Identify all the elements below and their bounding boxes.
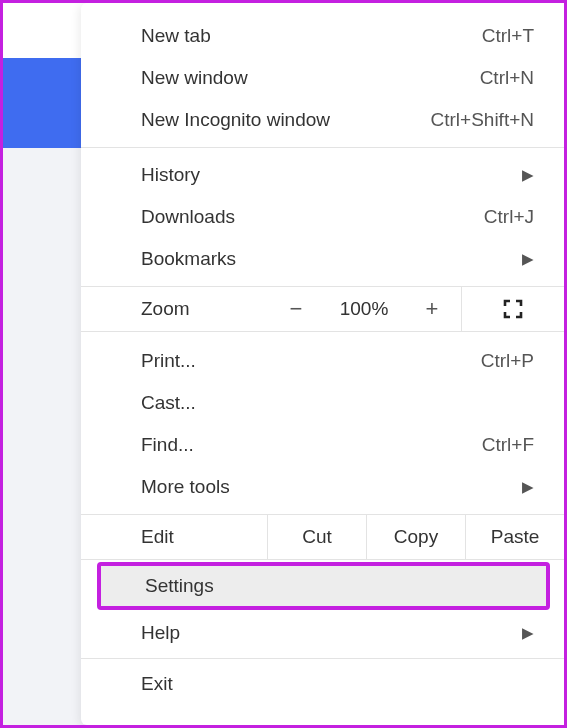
chevron-right-icon: ▶ — [522, 478, 534, 496]
menu-separator — [81, 658, 564, 659]
menu-shortcut: Ctrl+Shift+N — [431, 109, 534, 131]
edit-label-cell: Edit — [81, 515, 267, 559]
menu-edit-row: Edit Cut Copy Paste — [81, 514, 564, 560]
menu-label: Bookmarks — [141, 248, 236, 270]
menu-item-more-tools[interactable]: More tools ▶ — [81, 466, 564, 508]
menu-label: Print... — [141, 350, 196, 372]
menu-shortcut: Ctrl+P — [481, 350, 534, 372]
menu-item-help[interactable]: Help ▶ — [81, 612, 564, 654]
minus-icon: − — [290, 296, 303, 322]
menu-shortcut: Ctrl+F — [482, 434, 534, 456]
menu-shortcut: Ctrl+T — [482, 25, 534, 47]
chrome-main-menu: New tab Ctrl+T New window Ctrl+N New Inc… — [81, 3, 564, 725]
menu-item-settings[interactable]: Settings — [97, 562, 550, 610]
menu-label: More tools — [141, 476, 230, 498]
menu-item-new-window[interactable]: New window Ctrl+N — [81, 57, 564, 99]
menu-item-downloads[interactable]: Downloads Ctrl+J — [81, 196, 564, 238]
menu-separator — [81, 147, 564, 148]
fullscreen-icon — [501, 297, 525, 321]
copy-button[interactable]: Copy — [366, 515, 465, 559]
menu-label: Downloads — [141, 206, 235, 228]
chevron-right-icon: ▶ — [522, 624, 534, 642]
menu-label: Exit — [141, 673, 173, 695]
menu-item-history[interactable]: History ▶ — [81, 154, 564, 196]
chevron-right-icon: ▶ — [522, 250, 534, 268]
menu-label: New window — [141, 67, 248, 89]
menu-item-exit[interactable]: Exit — [81, 663, 564, 705]
fullscreen-button[interactable] — [461, 287, 564, 331]
menu-label: New tab — [141, 25, 211, 47]
menu-shortcut: Ctrl+N — [480, 67, 534, 89]
menu-item-bookmarks[interactable]: Bookmarks ▶ — [81, 238, 564, 280]
menu-label: Edit — [141, 526, 174, 548]
chevron-right-icon: ▶ — [522, 166, 534, 184]
menu-label: Zoom — [141, 298, 190, 320]
zoom-value: 100% — [325, 287, 403, 331]
viewport: New tab Ctrl+T New window Ctrl+N New Inc… — [3, 3, 564, 725]
menu-label: Settings — [145, 575, 214, 597]
menu-item-new-incognito[interactable]: New Incognito window Ctrl+Shift+N — [81, 99, 564, 141]
menu-item-find[interactable]: Find... Ctrl+F — [81, 424, 564, 466]
zoom-in-button[interactable]: + — [403, 287, 461, 331]
cut-button[interactable]: Cut — [267, 515, 366, 559]
menu-label: Find... — [141, 434, 194, 456]
menu-item-print[interactable]: Print... Ctrl+P — [81, 340, 564, 382]
plus-icon: + — [426, 296, 439, 322]
zoom-label-cell: Zoom — [81, 287, 267, 331]
menu-item-cast[interactable]: Cast... — [81, 382, 564, 424]
menu-label: History — [141, 164, 200, 186]
menu-label: Help — [141, 622, 180, 644]
menu-shortcut: Ctrl+J — [484, 206, 534, 228]
paste-button[interactable]: Paste — [465, 515, 564, 559]
menu-zoom-row: Zoom − 100% + — [81, 286, 564, 332]
menu-label: New Incognito window — [141, 109, 330, 131]
menu-item-new-tab[interactable]: New tab Ctrl+T — [81, 15, 564, 57]
zoom-out-button[interactable]: − — [267, 287, 325, 331]
menu-label: Cast... — [141, 392, 196, 414]
